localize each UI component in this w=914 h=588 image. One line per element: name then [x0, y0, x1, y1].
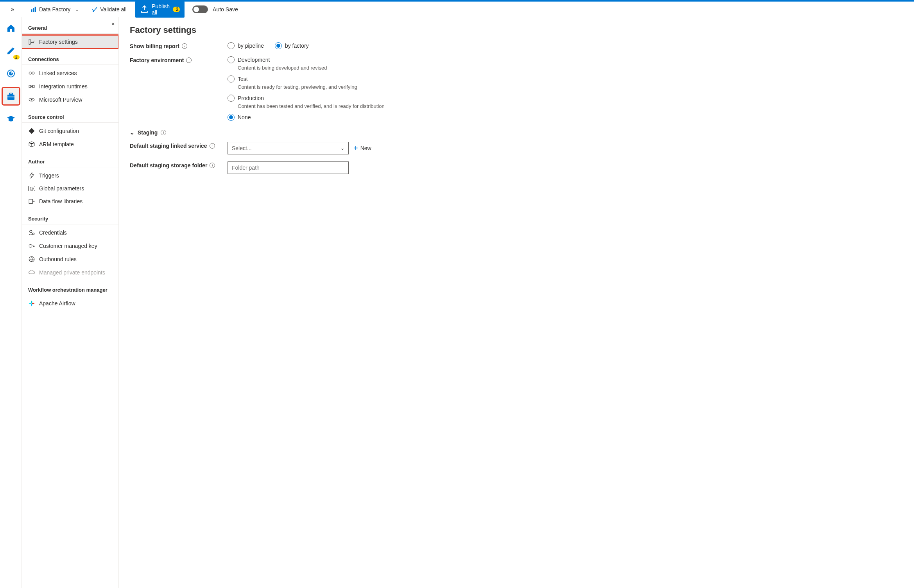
radio-label: by factory [285, 43, 309, 49]
sidebar-item-credentials[interactable]: Credentials [22, 226, 118, 239]
collapse-sidebar-icon[interactable]: « [111, 20, 115, 27]
svg-point-17 [32, 233, 34, 235]
svg-rect-15 [29, 199, 32, 204]
info-icon[interactable]: i [186, 57, 192, 63]
section-source-control-title: Source control [22, 111, 118, 123]
sidebar-item-managed-private-endpoints: Managed private endpoints [22, 266, 118, 279]
radio-label: Production [238, 95, 264, 101]
rail-manage[interactable] [3, 88, 19, 104]
billing-label: Show billing report i [130, 42, 228, 49]
publish-all-label: Publish all [152, 3, 170, 16]
sidebar-item-label: Triggers [39, 172, 59, 179]
info-icon[interactable]: i [210, 143, 215, 149]
svg-point-18 [29, 244, 32, 247]
svg-rect-11 [29, 85, 31, 88]
staging-linked-service-label: Default staging linked service i [130, 142, 228, 149]
validate-icon [91, 6, 98, 13]
chevron-down-icon: ⌄ [75, 7, 79, 12]
sidebar-item-customer-managed-key[interactable]: Customer managed key [22, 239, 118, 253]
publish-count-badge: 2 [173, 7, 180, 12]
radio-test[interactable]: Test [228, 75, 903, 82]
outbound-rules-icon [28, 256, 35, 263]
factory-settings-icon [28, 38, 35, 45]
chevron-down-icon: ⌄ [341, 145, 344, 151]
sidebar-item-integration-runtimes[interactable]: Integration runtimes [22, 80, 118, 93]
sidebar-item-global-parameters[interactable]: @ Global parameters [22, 182, 118, 195]
sidebar-item-label: Credentials [39, 229, 67, 236]
rail-monitor[interactable] [3, 66, 19, 81]
radio-desc: Content has been tested and verified, an… [238, 103, 903, 109]
sidebar-item-label: Data flow libraries [39, 198, 82, 204]
toolbox-icon [6, 91, 16, 101]
publish-all-button[interactable]: Publish all 2 [135, 1, 185, 18]
sidebar-item-outbound-rules[interactable]: Outbound rules [22, 253, 118, 266]
radio-by-factory[interactable]: by factory [275, 42, 309, 49]
info-icon[interactable]: i [161, 130, 166, 135]
svg-point-16 [30, 230, 32, 233]
billing-options: by pipeline by factory [228, 42, 903, 49]
new-label: New [360, 145, 371, 151]
brand-dropdown[interactable]: Data Factory ⌄ [27, 5, 83, 14]
radio-desc: Content is being developed and revised [238, 65, 903, 71]
credentials-icon [28, 229, 35, 236]
radio-label: by pipeline [238, 43, 264, 49]
sidebar-item-data-flow-libraries[interactable]: Data flow libraries [22, 195, 118, 208]
integration-runtimes-icon [28, 83, 35, 90]
svg-rect-0 [31, 9, 32, 12]
radio-label: Development [238, 57, 270, 63]
sidebar-item-triggers[interactable]: Triggers [22, 169, 118, 182]
expand-rail-icon[interactable]: » [3, 6, 22, 13]
staging-section-toggle[interactable]: ⌄ Staging i [130, 129, 903, 136]
rail-author[interactable]: 2 [3, 43, 19, 59]
sidebar-item-label: Global parameters [39, 185, 84, 192]
radio-desc: Content is ready for testing, previewing… [238, 84, 903, 90]
sidebar-item-apache-airflow[interactable]: Apache Airflow [22, 297, 118, 310]
gauge-icon [6, 69, 16, 78]
info-icon[interactable]: i [182, 43, 187, 49]
radio-by-pipeline[interactable]: by pipeline [228, 42, 264, 49]
svg-point-14 [31, 99, 32, 100]
new-linked-service-button[interactable]: + New [353, 144, 371, 153]
graduation-cap-icon [6, 114, 16, 124]
rail-home[interactable] [3, 20, 19, 36]
rail-learn[interactable] [3, 111, 19, 127]
data-factory-icon [30, 6, 37, 13]
info-icon[interactable]: i [210, 163, 215, 168]
managed-private-endpoints-icon [28, 269, 35, 276]
triggers-icon [28, 172, 35, 179]
svg-point-9 [29, 72, 31, 74]
top-toolbar: » Data Factory ⌄ Validate all Publish al… [0, 2, 914, 17]
linked-services-icon [28, 70, 35, 77]
auto-save-toggle[interactable] [192, 5, 208, 13]
arm-template-icon [28, 141, 35, 148]
sidebar-item-label: Customer managed key [39, 243, 97, 249]
radio-development[interactable]: Development [228, 56, 903, 63]
sidebar-item-git-configuration[interactable]: Git configuration [22, 124, 118, 138]
sidebar-item-label: ARM template [39, 141, 74, 147]
section-connections-title: Connections [22, 53, 118, 65]
svg-rect-8 [29, 39, 30, 45]
auto-save-label: Auto Save [213, 6, 238, 13]
sidebar-item-linked-services[interactable]: Linked services [22, 66, 118, 80]
sidebar-item-label: Git configuration [39, 128, 79, 134]
sidebar-item-arm-template[interactable]: ARM template [22, 138, 118, 151]
radio-none[interactable]: None [228, 114, 903, 121]
purview-icon [28, 96, 35, 103]
section-security-title: Security [22, 213, 118, 224]
staging-folder-label: Default staging storage folder i [130, 161, 228, 169]
svg-rect-1 [33, 8, 34, 12]
sidebar-item-microsoft-purview[interactable]: Microsoft Purview [22, 93, 118, 106]
staging-linked-service-select[interactable]: Select... ⌄ [228, 142, 349, 154]
radio-label: None [238, 114, 251, 120]
validate-all-button[interactable]: Validate all [88, 5, 130, 14]
radio-label: Test [238, 76, 248, 82]
radio-production[interactable]: Production [228, 95, 903, 102]
data-flow-libraries-icon [28, 198, 35, 205]
sidebar-item-factory-settings[interactable]: Factory settings [22, 35, 118, 48]
staging-folder-input[interactable] [228, 161, 349, 174]
staging-label: Staging [138, 129, 158, 136]
customer-managed-key-icon [28, 242, 35, 249]
svg-rect-2 [35, 7, 36, 12]
global-parameters-icon: @ [28, 186, 35, 191]
svg-rect-12 [32, 85, 34, 88]
